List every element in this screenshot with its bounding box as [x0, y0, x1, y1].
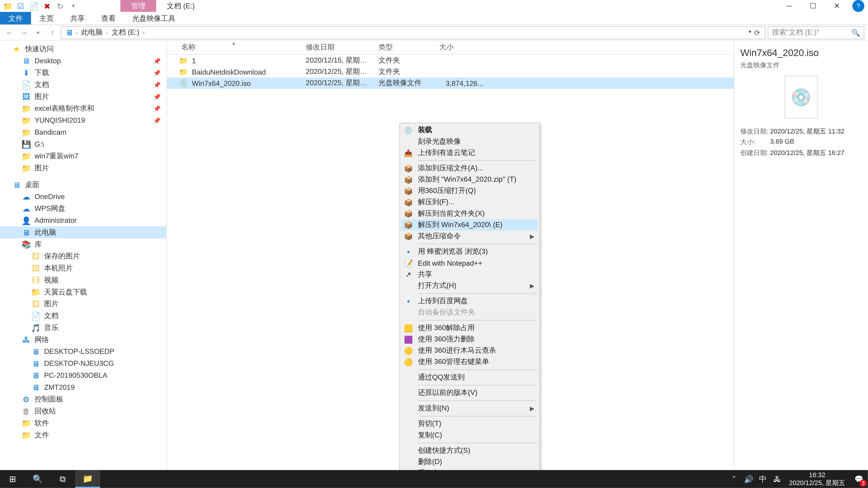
breadcrumb-drive[interactable]: 文档 (E:) — [109, 27, 142, 37]
chevron-right-icon[interactable]: › — [76, 30, 78, 35]
help-button[interactable]: ? — [852, 0, 864, 12]
ribbon-tab-view[interactable]: 查看 — [93, 12, 124, 24]
context-menu-item[interactable]: 复制(C) — [401, 429, 538, 441]
qat-redo-icon[interactable]: ↻ — [55, 1, 66, 11]
taskview-button[interactable]: ⧉ — [50, 470, 75, 488]
ribbon-tab-share[interactable]: 共享 — [62, 12, 93, 24]
table-row-selected[interactable]: 💿Win7x64_2020.iso 2020/12/25, 星期五 1... 光… — [167, 77, 734, 89]
nav-forward-button[interactable]: → — [18, 26, 30, 38]
tree-item[interactable]: 💾G:\ — [0, 138, 166, 150]
ribbon-tab-home[interactable]: 主页 — [31, 12, 62, 24]
tree-item[interactable]: 📄文档 — [0, 310, 166, 322]
ribbon-tab-file[interactable]: 文件 — [0, 12, 31, 24]
qat-save-icon[interactable]: 📄 — [29, 1, 39, 11]
context-menu-item[interactable]: 发送到(N)▶ — [401, 403, 538, 414]
tray-chevron-icon[interactable]: ˄ — [727, 470, 741, 488]
context-menu-item[interactable]: 📝Edit with Notepad++ — [401, 257, 538, 269]
tree-item[interactable]: 🎞视频 — [0, 274, 166, 286]
tree-item[interactable]: 🎵音乐 — [0, 322, 166, 334]
taskbar-clock[interactable]: 16:32 2020/12/25, 星期五 — [784, 470, 850, 488]
notification-button[interactable]: 💬3 — [850, 470, 868, 488]
tree-item[interactable]: 🖼保存的图片 — [0, 250, 166, 262]
context-menu-item[interactable]: 📦解压到当前文件夹(X) — [401, 208, 538, 219]
tree-item[interactable]: 🖥DESKTOP-NJEU3CG — [0, 357, 166, 369]
search-button[interactable]: 🔍 — [25, 470, 50, 488]
context-menu-item[interactable]: 🔹用 蜂蜜浏览器 浏览(3) — [401, 246, 538, 257]
context-menu-item[interactable]: 📦解压到 Win7x64_2020\ (E) — [401, 219, 538, 230]
ribbon-tab-discimage[interactable]: 光盘映像工具 — [124, 12, 184, 24]
context-menu-item[interactable]: 📦解压到(F)... — [401, 197, 538, 208]
breadcrumb-thispc[interactable]: 此电脑 — [79, 27, 105, 37]
context-menu-item[interactable]: 剪切(T) — [401, 418, 538, 429]
maximize-button[interactable]: ☐ — [801, 0, 825, 12]
tree-desktop-root[interactable]: 🖥桌面 — [0, 179, 166, 191]
tree-item[interactable]: 📁图片 — [0, 162, 166, 174]
context-menu-item[interactable]: 打开方式(H)▶ — [401, 280, 538, 291]
column-headers[interactable]: ▴ 名称 修改日期 类型 大小 — [167, 40, 734, 55]
context-menu-item[interactable]: ↗共享 — [401, 269, 538, 280]
context-menu-item[interactable]: 📦添加到 "Win7x64_2020.zip" (T) — [401, 174, 538, 185]
tree-thispc[interactable]: 🖥此电脑 — [0, 226, 166, 238]
chevron-right-icon[interactable]: › — [106, 30, 108, 35]
context-menu-item[interactable]: 💿装载 — [401, 125, 538, 136]
tree-item[interactable]: 📁文件 — [0, 429, 166, 441]
refresh-button[interactable]: ⟳ — [754, 28, 760, 37]
context-menu-item[interactable]: 🟡使用 360进行木马云查杀 — [401, 345, 538, 356]
navigation-tree[interactable]: ★快速访问 🖥Desktop📌 ⬇下载📌 📄文档📌 🖼图片📌 📁excel表格制… — [0, 40, 167, 476]
tree-onedrive[interactable]: ☁OneDrive — [0, 191, 166, 203]
qat-close-icon[interactable]: ✖ — [42, 1, 53, 11]
tree-item[interactable]: 📁YUNQISHI2019📌 — [0, 114, 166, 126]
context-menu-item[interactable]: 还原以前的版本(V) — [401, 387, 538, 398]
tree-item[interactable]: 🖥PC-20190530OBLA — [0, 369, 166, 381]
taskbar[interactable]: ⊞ 🔍 ⧉ 📁 ˄ 🔊 中 🖧 16:32 2020/12/25, 星期五 💬3 — [0, 470, 868, 488]
tree-item[interactable]: 🖼本机照片 — [0, 262, 166, 274]
context-menu-item[interactable]: 创建快捷方式(S) — [401, 445, 538, 456]
context-menu-item[interactable]: 🟪使用 360强力删除 — [401, 334, 538, 345]
close-button[interactable]: ✕ — [825, 0, 849, 12]
context-menu-item[interactable]: 通过QQ发送到 — [401, 372, 538, 383]
tree-pictures[interactable]: 🖼图片📌 — [0, 91, 166, 103]
column-type[interactable]: 类型 — [374, 42, 434, 53]
start-button[interactable]: ⊞ — [0, 470, 25, 488]
tree-downloads[interactable]: ⬇下载📌 — [0, 67, 166, 78]
tree-item[interactable]: 🖥ZMT2019 — [0, 381, 166, 393]
nav-up-button[interactable]: ↑ — [46, 26, 59, 38]
table-row[interactable]: 📁BaiduNetdiskDownload 2020/12/25, 星期五 1.… — [167, 66, 734, 77]
qat-dropdown-icon[interactable]: ▾ — [68, 1, 79, 11]
contextual-tab-manage[interactable]: 管理 — [121, 0, 156, 12]
tree-item[interactable]: 🖥DESKTOP-LSSOEDP — [0, 346, 166, 357]
minimize-button[interactable]: ─ — [777, 0, 801, 12]
tree-libraries[interactable]: 📚库 — [0, 238, 166, 250]
breadcrumb[interactable]: 🖥 › 此电脑 › 文档 (E:) › ▾ ⟳ — [61, 26, 765, 39]
column-date[interactable]: 修改日期 — [301, 42, 374, 53]
context-menu-item[interactable]: 📦用360压缩打开(Q) — [401, 185, 538, 197]
context-menu-item[interactable]: 📦添加到压缩文件(A)... — [401, 163, 538, 174]
tree-recyclebin[interactable]: 🗑回收站 — [0, 405, 166, 417]
tree-quick-access[interactable]: ★快速访问 — [0, 43, 166, 55]
context-menu-item[interactable]: 🔹上传到百度网盘 — [401, 295, 538, 307]
search-input[interactable]: 搜索"文档 (E:)" 🔍 — [768, 26, 864, 39]
context-menu-item[interactable]: 删除(D) — [401, 456, 538, 468]
tree-documents[interactable]: 📄文档📌 — [0, 78, 166, 91]
context-menu-item[interactable]: 📦其他压缩命令▶ — [401, 231, 538, 242]
tree-item[interactable]: 📁软件 — [0, 417, 166, 429]
ime-icon[interactable]: 中 — [756, 470, 770, 488]
context-menu-item[interactable]: 🟡使用 360管理右键菜单 — [401, 356, 538, 367]
tree-network[interactable]: 🖧网络 — [0, 334, 166, 346]
nav-history-dropdown[interactable]: ▾ — [32, 26, 44, 38]
chevron-right-icon[interactable]: › — [143, 30, 145, 35]
volume-icon[interactable]: 🔊 — [741, 470, 756, 488]
breadcrumb-dropdown-icon[interactable]: ▾ — [749, 28, 752, 37]
tree-item[interactable]: 📁excel表格制作求和📌 — [0, 103, 166, 115]
column-size[interactable]: 大小 — [434, 42, 488, 53]
context-menu-item[interactable]: 📤上传到有道云笔记 — [401, 147, 538, 158]
network-icon[interactable]: 🖧 — [770, 470, 784, 488]
tree-user[interactable]: 👤Administrator — [0, 215, 166, 226]
tree-item[interactable]: 📁Bandicam — [0, 126, 166, 138]
tree-controlpanel[interactable]: ⚙控制面板 — [0, 393, 166, 405]
tree-item[interactable]: 🖼图片 — [0, 298, 166, 310]
table-row[interactable]: 📁1 2020/12/15, 星期二 1... 文件夹 — [167, 55, 734, 66]
tree-item[interactable]: 📁天翼云盘下载 — [0, 286, 166, 298]
checkbox-icon[interactable]: ☑ — [16, 1, 26, 11]
tree-desktop[interactable]: 🖥Desktop📌 — [0, 55, 166, 67]
